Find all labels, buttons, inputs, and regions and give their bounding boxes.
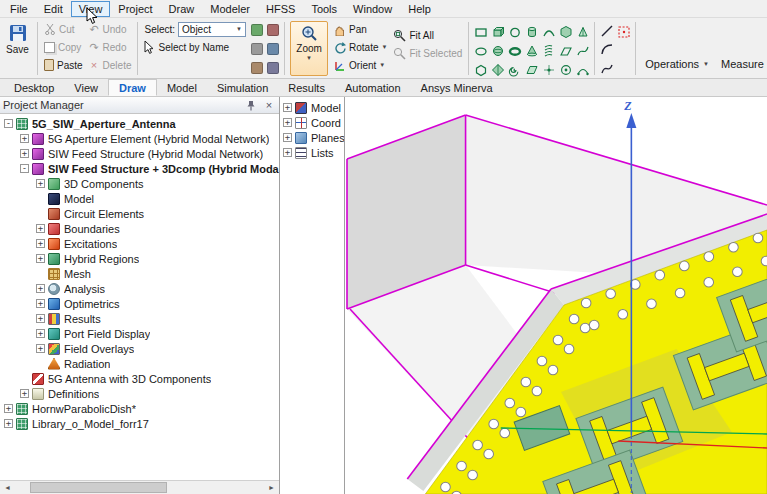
select-by-name-button[interactable]: Select by Name	[141, 38, 249, 56]
zoom-button[interactable]: Zoom ▼	[290, 21, 328, 76]
expand-icon[interactable]: +	[36, 314, 45, 323]
draw-equation-curve-button[interactable]	[574, 41, 591, 60]
expand-icon[interactable]: +	[20, 134, 29, 143]
expand-icon[interactable]: +	[36, 299, 45, 308]
expand-icon[interactable]: +	[36, 344, 45, 353]
tree-item[interactable]: +5G Aperture Element (Hybrid Modal Netwo…	[0, 131, 279, 146]
tree-item[interactable]: +Hybrid Regions	[0, 251, 279, 266]
paste-button[interactable]: Paste	[41, 56, 86, 74]
draw-polyhedron-button[interactable]	[489, 60, 506, 79]
menu-file[interactable]: File	[2, 1, 36, 17]
mirror-tool-icon[interactable]	[251, 43, 263, 55]
tree-item[interactable]: Model	[0, 191, 279, 206]
draw-ellipse-button[interactable]	[472, 41, 489, 60]
tree-item[interactable]: +Excitations	[0, 236, 279, 251]
draw-helix-button[interactable]	[540, 41, 557, 60]
expand-icon[interactable]: +	[36, 239, 45, 248]
save-button[interactable]: Save	[1, 20, 34, 77]
redo-button[interactable]: ↷ Redo	[86, 38, 135, 56]
expand-icon[interactable]: +	[36, 254, 45, 263]
draw-spline-button[interactable]	[598, 59, 615, 77]
scroll-right-icon[interactable]: ►	[264, 481, 279, 494]
draw-spiral-button[interactable]	[506, 60, 523, 79]
tree-item[interactable]: +Boundaries	[0, 221, 279, 236]
expand-icon[interactable]: +	[4, 404, 13, 413]
tree-item[interactable]: Radiation	[0, 356, 279, 371]
pin-button[interactable]	[244, 98, 258, 112]
tab-desktop[interactable]: Desktop	[4, 79, 64, 96]
collapse-icon[interactable]: -	[20, 164, 29, 173]
expand-icon[interactable]: +	[283, 133, 292, 142]
measure-dropdown[interactable]: Measure ▼	[715, 56, 767, 72]
cut-button[interactable]: Cut	[41, 20, 86, 38]
draw-arc-button[interactable]	[540, 22, 557, 41]
expand-icon[interactable]: +	[36, 179, 45, 188]
copy-button[interactable]: Copy	[41, 38, 86, 56]
tree-item[interactable]: +Field Overlays	[0, 341, 279, 356]
expand-icon[interactable]: +	[36, 224, 45, 233]
project-tree-hscrollbar[interactable]: ◄ ►	[0, 480, 279, 494]
expand-icon[interactable]: +	[283, 118, 292, 127]
draw-box-button[interactable]	[489, 22, 506, 41]
tree-item[interactable]: +HornwParabolicDish*	[0, 401, 279, 416]
create-region-button[interactable]	[615, 22, 632, 41]
modeler-tree-item[interactable]: +Planes	[280, 130, 344, 145]
select-type-dropdown[interactable]: Object ▼	[178, 22, 246, 37]
modeler-tree-item[interactable]: +Coord	[280, 115, 344, 130]
tab-simulation[interactable]: Simulation	[207, 79, 278, 96]
menu-modeler[interactable]: Modeler	[202, 1, 258, 17]
draw-bondwire-button[interactable]	[574, 60, 591, 79]
draw-hexahedron-button[interactable]	[557, 22, 574, 41]
tree-item[interactable]: 5G Antenna with 3D Components	[0, 371, 279, 386]
rotate-dropdown[interactable]: Rotate ▼	[330, 38, 390, 56]
scroll-left-icon[interactable]: ◄	[0, 481, 15, 494]
menu-hfss[interactable]: HFSS	[258, 1, 303, 17]
draw-plane-button[interactable]	[557, 41, 574, 60]
tree-item[interactable]: +Definitions	[0, 386, 279, 401]
draw-circle-button[interactable]	[506, 22, 523, 41]
orient-dropdown[interactable]: Orient ▼	[330, 56, 390, 74]
menu-edit[interactable]: Edit	[36, 1, 71, 17]
viewport-3d[interactable]: Z	[345, 97, 767, 494]
offset-tool-icon[interactable]	[267, 62, 279, 74]
pan-button[interactable]: Pan	[330, 20, 390, 38]
expand-icon[interactable]: +	[36, 284, 45, 293]
tree-item[interactable]: -SIW Feed Structure + 3Dcomp (Hybrid Mod…	[0, 161, 279, 176]
tab-ansys-minerva[interactable]: Ansys Minerva	[411, 79, 503, 96]
tree-item[interactable]: Mesh	[0, 266, 279, 281]
move-tool-icon[interactable]	[251, 24, 263, 36]
tree-item[interactable]: +Port Field Display	[0, 326, 279, 341]
undo-button[interactable]: ↶ Undo	[86, 20, 135, 38]
rotate-tool-icon[interactable]	[267, 24, 279, 36]
menu-draw[interactable]: Draw	[161, 1, 203, 17]
draw-cone-button[interactable]	[523, 41, 540, 60]
tab-automation[interactable]: Automation	[335, 79, 411, 96]
duplicate-tool-icon[interactable]	[251, 62, 263, 74]
draw-prism-button[interactable]	[574, 22, 591, 41]
close-panel-button[interactable]: ×	[262, 98, 276, 112]
collapse-icon[interactable]: -	[4, 119, 13, 128]
menu-help[interactable]: Help	[400, 1, 439, 17]
tab-model[interactable]: Model	[157, 79, 207, 96]
expand-icon[interactable]: +	[283, 148, 292, 157]
draw-rectangle-button[interactable]	[472, 22, 489, 41]
scrollbar-thumb[interactable]	[30, 482, 167, 493]
draw-udm-button[interactable]	[557, 60, 574, 79]
draw-polygon-button[interactable]	[472, 60, 489, 79]
draw-point-button[interactable]	[540, 60, 557, 79]
expand-icon[interactable]: +	[20, 389, 29, 398]
menu-window[interactable]: Window	[345, 1, 400, 17]
expand-icon[interactable]: +	[4, 419, 13, 428]
scrollbar-track[interactable]	[15, 481, 264, 494]
menu-view[interactable]: View	[71, 1, 111, 17]
tree-item[interactable]: +SIW Feed Structure (Hybrid Modal Networ…	[0, 146, 279, 161]
expand-icon[interactable]: +	[20, 149, 29, 158]
draw-arc-3pt-button[interactable]	[598, 40, 615, 58]
scale-tool-icon[interactable]	[267, 43, 279, 55]
menu-project[interactable]: Project	[110, 1, 160, 17]
tab-results[interactable]: Results	[278, 79, 335, 96]
tree-item[interactable]: +Optimetrics	[0, 296, 279, 311]
fit-selected-button[interactable]: Fit Selected	[390, 44, 465, 62]
draw-torus-button[interactable]	[506, 41, 523, 60]
tree-item[interactable]: +Analysis	[0, 281, 279, 296]
